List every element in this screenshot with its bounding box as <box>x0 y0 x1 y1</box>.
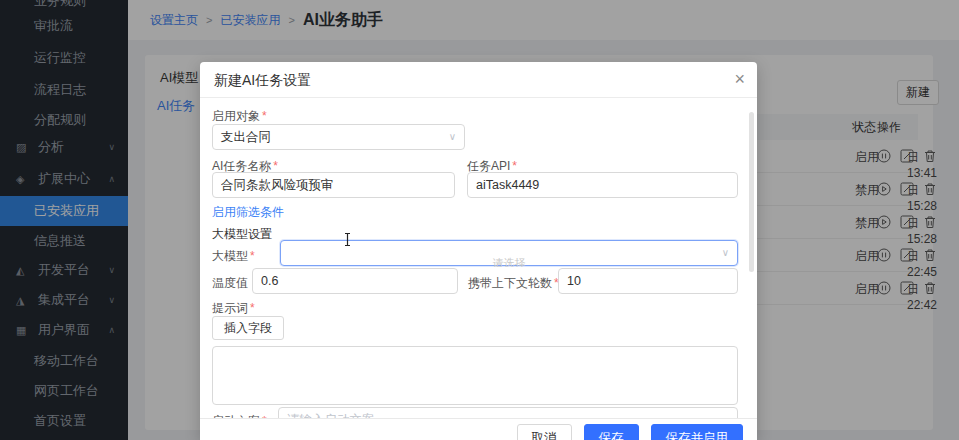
insert-field-button[interactable]: 插入字段 <box>212 316 284 340</box>
model-section-label: 大模型设置 <box>212 226 272 243</box>
close-icon[interactable]: × <box>734 68 745 90</box>
required-mark: * <box>250 249 255 263</box>
model-select-clipped-text: 请选择 <box>281 257 737 267</box>
temperature-input[interactable] <box>252 268 458 294</box>
model-label: 大模型* <box>212 248 255 265</box>
required-mark: * <box>512 159 517 173</box>
prompt-label: 提示词* <box>212 300 255 317</box>
modal-footer: 取消 保存 保存并启用 <box>200 418 757 440</box>
save-and-enable-button[interactable]: 保存并启用 <box>651 424 744 440</box>
task-name-input[interactable] <box>212 172 455 198</box>
enable-filter-link[interactable]: 启用筛选条件 <box>212 204 284 221</box>
chevron-down-icon: ∨ <box>722 241 729 265</box>
modal-title: 新建AI任务设置 <box>214 72 311 90</box>
prompt-textarea[interactable] <box>212 346 738 405</box>
required-mark: * <box>273 159 278 173</box>
new-ai-task-modal: 新建AI任务设置 × 启用对象* 支出合同 ∨ AI任务名称* 任务API* 启… <box>200 62 757 440</box>
enable-object-value: 支出合同 <box>221 130 271 144</box>
task-api-input[interactable] <box>467 172 738 198</box>
chevron-down-icon: ∨ <box>449 125 456 149</box>
enable-object-label: 启用对象* <box>212 108 267 125</box>
context-rounds-input[interactable] <box>558 268 738 294</box>
modal-scrollbar[interactable] <box>749 112 754 272</box>
modal-header: 新建AI任务设置 × <box>200 62 757 98</box>
required-mark: * <box>262 109 267 123</box>
required-mark: * <box>250 301 255 315</box>
text-cursor <box>343 232 352 247</box>
save-button[interactable]: 保存 <box>584 424 639 440</box>
context-rounds-label: 携带上下文轮数* <box>468 275 559 292</box>
app-screen: 业务规则 审批流 运行监控 流程日志 分配规则 ▨分析 ∨ ◈扩展中心 ∧ 已安… <box>0 0 959 440</box>
temperature-label: 温度值 <box>212 275 248 292</box>
cancel-button[interactable]: 取消 <box>517 424 572 440</box>
enable-object-select[interactable]: 支出合同 ∨ <box>212 124 465 150</box>
